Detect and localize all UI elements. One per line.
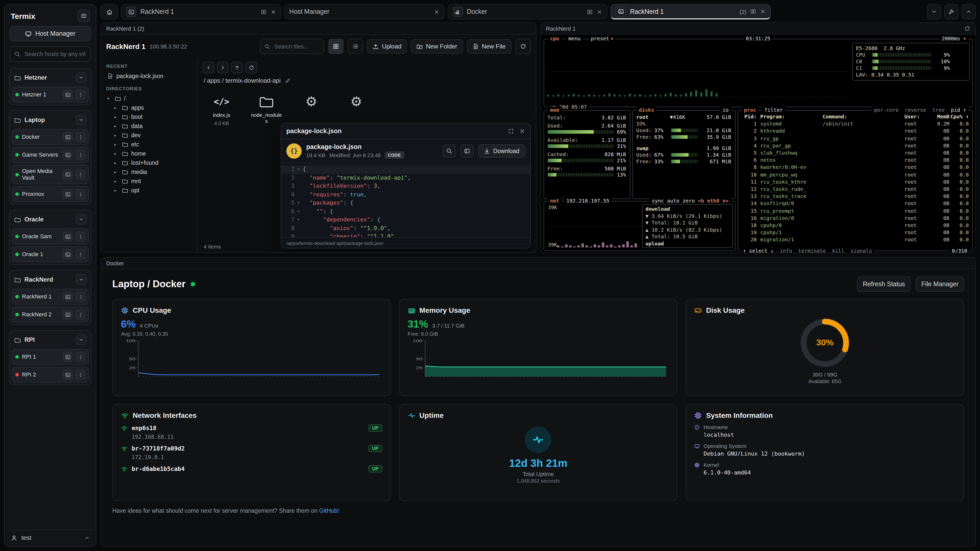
connect-terminal-button[interactable] xyxy=(63,352,73,362)
process-row[interactable]: 14ksoftirqd/0root0B0.0 xyxy=(738,200,972,207)
up-directory-button[interactable] xyxy=(231,62,243,73)
search-in-file-button[interactable] xyxy=(443,144,456,158)
connect-terminal-button[interactable] xyxy=(63,250,73,259)
edit-path-icon[interactable] xyxy=(285,78,290,83)
fold-caret[interactable]: ▾ xyxy=(297,217,303,223)
tree-node[interactable]: ▸mnt xyxy=(106,176,192,186)
host-menu-button[interactable] xyxy=(76,310,85,320)
host-item[interactable]: RackNerd 2 xyxy=(12,307,89,323)
list-view-button[interactable] xyxy=(348,39,363,54)
tree-node[interactable]: ▸opt xyxy=(106,186,192,195)
new-file-button[interactable]: New File xyxy=(467,39,511,54)
close-tab-icon[interactable] xyxy=(760,9,765,14)
refresh-path-button[interactable] xyxy=(245,62,257,73)
io-toggle[interactable]: io xyxy=(721,106,731,114)
connect-terminal-button[interactable] xyxy=(63,170,73,179)
process-row[interactable]: 16migration/0root0B0.0 xyxy=(738,215,972,222)
connect-terminal-button[interactable] xyxy=(63,90,73,100)
connect-terminal-button[interactable] xyxy=(63,132,73,142)
tree-node[interactable]: ▸dev xyxy=(106,130,192,140)
host-search-input[interactable] xyxy=(24,51,86,58)
btop-interval[interactable]: 2000ms + xyxy=(940,35,968,42)
split-view-icon[interactable] xyxy=(750,9,756,14)
process-row[interactable]: 19cpuhp/1root0B0.0 xyxy=(738,229,972,237)
tab-host-manager[interactable]: Host Manager xyxy=(284,4,445,19)
toggle-panel-button[interactable] xyxy=(461,144,474,158)
tree-node[interactable]: ▸data xyxy=(106,121,192,130)
file-search-input[interactable] xyxy=(273,43,320,50)
process-row[interactable]: 8kworker/0:0H-evroot0B0.0 xyxy=(738,164,972,171)
sidebar-menu-button[interactable] xyxy=(78,10,90,22)
host-menu-button[interactable] xyxy=(76,352,85,362)
tree-node[interactable]: ▸media xyxy=(106,167,192,176)
host-item[interactable]: RPI 2 xyxy=(12,367,89,383)
tab-docker[interactable]: Docker xyxy=(447,4,608,19)
collapse-tabbar-button[interactable] xyxy=(962,4,976,19)
connect-terminal-button[interactable] xyxy=(63,370,73,380)
refresh-status-button[interactable]: Refresh Status xyxy=(857,276,911,292)
proc-filter[interactable]: filter xyxy=(762,106,785,114)
process-row[interactable]: 3rcu_gproot0B0.0 xyxy=(738,135,972,142)
host-menu-button[interactable] xyxy=(76,90,85,100)
back-button[interactable] xyxy=(203,62,215,73)
host-menu-button[interactable] xyxy=(76,132,85,142)
close-tab-icon[interactable] xyxy=(270,9,276,14)
split-view-icon[interactable] xyxy=(587,9,593,14)
host-item[interactable]: Oracle Sam xyxy=(12,229,89,245)
host-menu-button[interactable] xyxy=(76,189,85,199)
home-tab[interactable] xyxy=(100,4,118,19)
connect-terminal-button[interactable] xyxy=(63,292,73,302)
sidebar-footer[interactable]: test xyxy=(9,530,92,542)
host-item[interactable]: Hetzner 1 xyxy=(12,87,89,103)
tree-node-root[interactable]: ▾/ xyxy=(106,94,192,103)
tools-button[interactable] xyxy=(944,4,959,19)
btop-menu[interactable]: menu xyxy=(566,35,583,42)
host-item[interactable]: Proxmox xyxy=(12,186,89,202)
process-row[interactable]: 6netnsroot0B0.0 xyxy=(738,157,972,164)
sync-icon[interactable] xyxy=(964,25,970,32)
net-controls[interactable]: sync auto zero <b eth0 n> xyxy=(650,197,731,205)
collapse-group-button[interactable] xyxy=(76,214,86,225)
proc-options[interactable]: per-core reverse tree pid ↑ xyxy=(872,106,968,114)
group-header[interactable]: Laptop xyxy=(12,113,89,127)
host-manager-button[interactable]: Host Manager xyxy=(10,26,91,41)
host-item[interactable]: Docker xyxy=(12,129,89,145)
upload-button[interactable]: Upload xyxy=(367,39,407,54)
process-row[interactable]: 13rcu_tasks_traceroot0B0.0 xyxy=(738,193,972,200)
close-tab-icon[interactable] xyxy=(434,9,439,14)
connect-terminal-button[interactable] xyxy=(63,232,73,241)
process-row[interactable]: 15rcu_preemptroot0B0.0 xyxy=(738,207,972,214)
process-row[interactable]: 10mm_percpu_wqroot0B0.0 xyxy=(738,171,972,178)
host-item[interactable]: Open Media Vault xyxy=(12,165,89,184)
new-folder-button[interactable]: New Folder xyxy=(411,39,463,54)
host-item[interactable]: RPI 1 xyxy=(12,349,89,365)
forward-button[interactable] xyxy=(217,62,229,73)
host-menu-button[interactable] xyxy=(76,292,85,302)
tree-node[interactable]: ▸home xyxy=(106,149,192,158)
collapse-group-button[interactable] xyxy=(76,275,86,285)
connect-terminal-button[interactable] xyxy=(63,150,73,160)
btop-preset[interactable]: preset xyxy=(589,35,615,42)
file-tile[interactable]: ⚙ xyxy=(340,93,372,126)
download-button[interactable]: Download xyxy=(479,144,525,158)
grid-view-button[interactable] xyxy=(328,39,344,54)
group-header[interactable]: RackNerd xyxy=(12,273,89,287)
host-menu-button[interactable] xyxy=(76,370,85,380)
tab-overflow-button[interactable] xyxy=(927,4,941,19)
file-tile[interactable]: ⚙ xyxy=(296,93,327,126)
process-row[interactable]: 11rcu_tasks_kthreroot0B0.0 xyxy=(738,179,972,186)
group-header[interactable]: Hetzner xyxy=(12,70,89,85)
file-manager-button[interactable]: File Manager xyxy=(916,276,964,292)
host-item[interactable]: RackNerd 1 xyxy=(12,289,89,305)
recent-file-item[interactable]: package-lock.json xyxy=(106,71,192,81)
tree-node[interactable]: ▸etc xyxy=(106,140,192,149)
terminal-screen[interactable]: cpu menu preset 03:31:25 2000ms + E5-268… xyxy=(541,35,975,252)
fold-caret[interactable]: ▾ xyxy=(297,167,303,173)
process-row[interactable]: 18cpuhp/0root0B0.0 xyxy=(738,222,972,229)
refresh-button[interactable] xyxy=(515,39,531,54)
fold-caret[interactable]: ▾ xyxy=(297,209,303,215)
connect-terminal-button[interactable] xyxy=(63,310,73,320)
host-item[interactable]: Oracle 1 xyxy=(12,247,89,262)
host-menu-button[interactable] xyxy=(76,232,85,241)
file-tile[interactable]: </>index.js4.3 KB xyxy=(206,93,237,126)
